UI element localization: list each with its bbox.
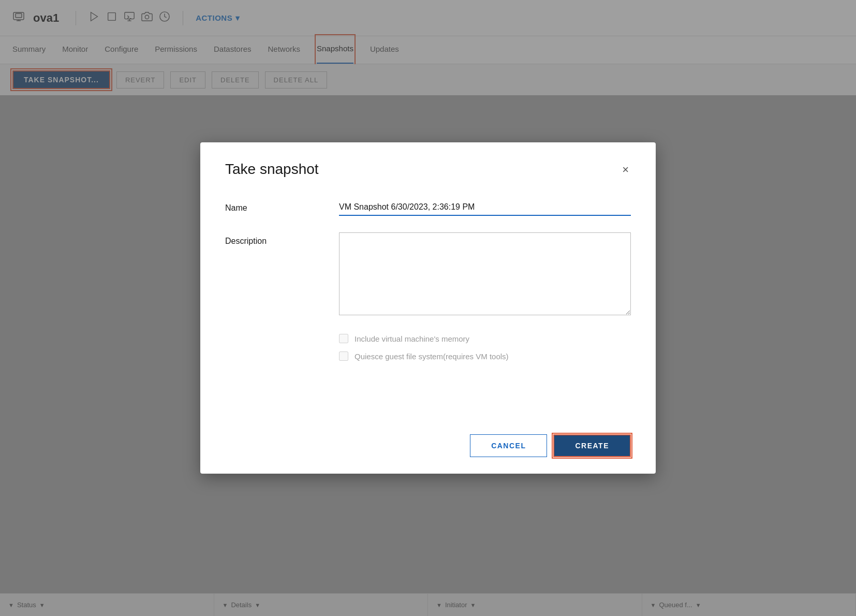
name-input[interactable] [339,199,631,216]
name-field-row: Name [225,199,631,216]
create-button[interactable]: CREATE [553,434,631,457]
modal-header: Take snapshot × [200,142,656,189]
quiesce-checkbox[interactable] [339,351,348,361]
cancel-button[interactable]: CANCEL [470,434,547,457]
modal-body: Name Description Include virtual machine… [200,189,656,422]
memory-checkbox-label: Include virtual machine's memory [355,334,469,343]
name-input-wrap [339,199,631,216]
take-snapshot-modal: Take snapshot × Name Description [200,142,656,474]
modal-footer: CANCEL CREATE [200,422,656,474]
quiesce-checkbox-row: Quiesce guest file system(requires VM to… [339,351,631,361]
modal-close-button[interactable]: × [620,161,631,179]
memory-checkbox-row: Include virtual machine's memory [339,334,631,343]
description-field-row: Description [225,232,631,317]
description-label: Description [225,232,339,246]
modal-title: Take snapshot [225,161,319,178]
description-input-wrap [339,232,631,317]
memory-checkbox[interactable] [339,334,348,343]
description-textarea[interactable] [339,232,631,315]
name-label: Name [225,199,339,213]
quiesce-checkbox-label: Quiesce guest file system(requires VM to… [355,352,509,361]
modal-overlay: Take snapshot × Name Description [0,0,856,616]
